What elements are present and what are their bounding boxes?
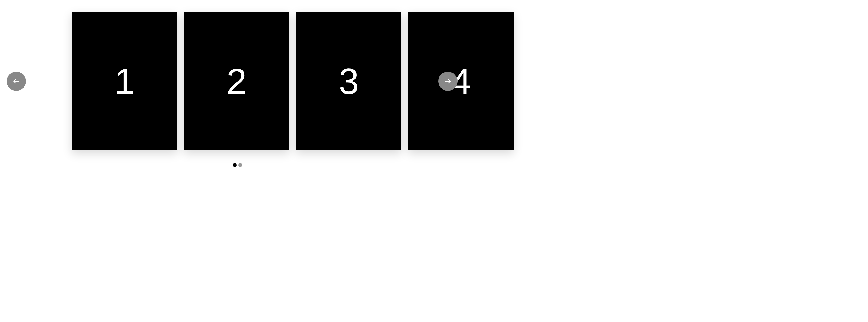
carousel-card[interactable]: 3 bbox=[296, 12, 401, 150]
card-number: 3 bbox=[339, 63, 359, 99]
carousel-card[interactable]: 4 bbox=[408, 12, 514, 150]
pagination bbox=[233, 163, 242, 167]
card-number: 1 bbox=[115, 63, 135, 99]
arrow-right-icon bbox=[444, 77, 452, 85]
carousel-card[interactable]: 2 bbox=[184, 12, 289, 150]
card-number: 2 bbox=[227, 63, 247, 99]
previous-button[interactable] bbox=[7, 72, 26, 91]
next-button[interactable] bbox=[438, 72, 458, 91]
arrow-left-icon bbox=[12, 77, 20, 85]
pagination-dot-inactive[interactable] bbox=[239, 163, 242, 167]
pagination-dot-active[interactable] bbox=[233, 163, 237, 167]
carousel-card[interactable]: 1 bbox=[72, 12, 177, 150]
carousel: 1 2 3 4 bbox=[0, 0, 868, 322]
